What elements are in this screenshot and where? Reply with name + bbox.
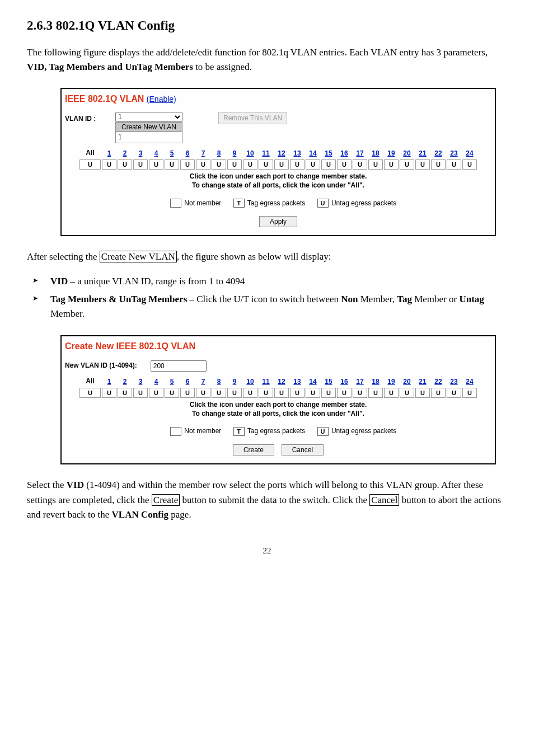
new-vlan-id-input[interactable] bbox=[151, 360, 207, 372]
port-state-14[interactable]: U bbox=[306, 159, 320, 170]
port-header-17[interactable]: 17 bbox=[352, 376, 368, 388]
port-state-16[interactable]: U bbox=[337, 159, 352, 170]
port-state-9[interactable]: U bbox=[227, 388, 242, 398]
port-header-18[interactable]: 18 bbox=[368, 376, 383, 388]
port-header-7[interactable]: 7 bbox=[195, 376, 211, 388]
port-header-19[interactable]: 19 bbox=[383, 148, 399, 159]
port-header-5[interactable]: 5 bbox=[164, 376, 180, 388]
port-header-16[interactable]: 16 bbox=[336, 376, 352, 388]
port-header-5[interactable]: 5 bbox=[164, 148, 180, 159]
port-header-15[interactable]: 15 bbox=[321, 148, 336, 159]
port-state-20[interactable]: U bbox=[400, 388, 414, 398]
port-header-13[interactable]: 13 bbox=[289, 376, 305, 388]
port-state-13[interactable]: U bbox=[290, 159, 305, 170]
port-state-17[interactable]: U bbox=[353, 388, 367, 398]
port-state-22[interactable]: U bbox=[431, 159, 446, 170]
port-state-3[interactable]: U bbox=[133, 159, 148, 170]
port-header-14[interactable]: 14 bbox=[305, 148, 321, 159]
cancel-button[interactable]: Cancel bbox=[282, 444, 324, 456]
enable-link[interactable]: (Enable) bbox=[147, 95, 176, 104]
port-state-2[interactable]: U bbox=[118, 159, 132, 170]
port-header-11[interactable]: 11 bbox=[258, 376, 274, 388]
port-state-21[interactable]: U bbox=[415, 159, 430, 170]
port-state-15[interactable]: U bbox=[321, 388, 336, 398]
port-header-24[interactable]: 24 bbox=[462, 376, 477, 388]
port-state-7[interactable]: U bbox=[196, 159, 210, 170]
port-header-2[interactable]: 2 bbox=[117, 148, 133, 159]
port-header-8[interactable]: 8 bbox=[211, 376, 227, 388]
port-header-13[interactable]: 13 bbox=[289, 148, 305, 159]
port-state-6[interactable]: U bbox=[180, 388, 195, 398]
port-header-24[interactable]: 24 bbox=[462, 148, 477, 159]
port-header-15[interactable]: 15 bbox=[321, 376, 336, 388]
port-header-4[interactable]: 4 bbox=[148, 376, 164, 388]
port-state-19[interactable]: U bbox=[384, 388, 399, 398]
port-state-8[interactable]: U bbox=[212, 388, 226, 398]
port-state-7[interactable]: U bbox=[196, 388, 210, 398]
port-header-1[interactable]: 1 bbox=[101, 376, 117, 388]
create-new-vlan-button[interactable]: Create New VLAN bbox=[115, 122, 182, 132]
port-state-4[interactable]: U bbox=[149, 159, 163, 170]
port-state-18[interactable]: U bbox=[368, 388, 383, 398]
port-header-14[interactable]: 14 bbox=[305, 376, 321, 388]
port-header-23[interactable]: 23 bbox=[446, 148, 462, 159]
port-state-15[interactable]: U bbox=[321, 159, 336, 170]
port-header-2[interactable]: 2 bbox=[117, 376, 133, 388]
vlan-id-select[interactable]: 1 bbox=[115, 112, 182, 122]
port-state-2[interactable]: U bbox=[118, 388, 132, 398]
port-header-7[interactable]: 7 bbox=[195, 148, 211, 159]
port-header-10[interactable]: 10 bbox=[242, 148, 258, 159]
port-state-12[interactable]: U bbox=[274, 388, 289, 398]
port-state-23[interactable]: U bbox=[447, 388, 461, 398]
port-header-21[interactable]: 21 bbox=[415, 376, 430, 388]
port-state-14[interactable]: U bbox=[306, 388, 320, 398]
port-header-9[interactable]: 9 bbox=[227, 148, 242, 159]
port-header-12[interactable]: 12 bbox=[274, 148, 289, 159]
port-header-20[interactable]: 20 bbox=[399, 376, 415, 388]
port-header-4[interactable]: 4 bbox=[148, 148, 164, 159]
port-state-17[interactable]: U bbox=[353, 159, 367, 170]
port-header-17[interactable]: 17 bbox=[352, 148, 368, 159]
port-state-all[interactable]: U bbox=[79, 159, 101, 170]
port-header-16[interactable]: 16 bbox=[336, 148, 352, 159]
port-header-3[interactable]: 3 bbox=[133, 148, 148, 159]
port-header-19[interactable]: 19 bbox=[383, 376, 399, 388]
port-header-12[interactable]: 12 bbox=[274, 376, 289, 388]
port-header-6[interactable]: 6 bbox=[180, 148, 195, 159]
port-state-5[interactable]: U bbox=[165, 159, 179, 170]
apply-button[interactable]: Apply bbox=[259, 216, 297, 227]
port-header-21[interactable]: 21 bbox=[415, 148, 430, 159]
port-state-5[interactable]: U bbox=[165, 388, 179, 398]
port-header-8[interactable]: 8 bbox=[211, 148, 227, 159]
port-header-9[interactable]: 9 bbox=[227, 376, 242, 388]
port-state-9[interactable]: U bbox=[227, 159, 242, 170]
port-header-11[interactable]: 11 bbox=[258, 148, 274, 159]
port-header-18[interactable]: 18 bbox=[368, 148, 383, 159]
remove-vlan-button[interactable]: Remove This VLAN bbox=[218, 112, 287, 124]
port-header-3[interactable]: 3 bbox=[133, 376, 148, 388]
port-header-1[interactable]: 1 bbox=[101, 148, 117, 159]
port-state-11[interactable]: U bbox=[259, 388, 273, 398]
port-state-22[interactable]: U bbox=[431, 388, 446, 398]
port-state-24[interactable]: U bbox=[462, 159, 477, 170]
port-header-23[interactable]: 23 bbox=[446, 376, 462, 388]
port-state-20[interactable]: U bbox=[400, 159, 414, 170]
port-header-10[interactable]: 10 bbox=[242, 376, 258, 388]
port-state-16[interactable]: U bbox=[337, 388, 352, 398]
port-state-23[interactable]: U bbox=[447, 159, 461, 170]
port-state-1[interactable]: U bbox=[102, 159, 116, 170]
port-state-3[interactable]: U bbox=[133, 388, 148, 398]
port-header-22[interactable]: 22 bbox=[430, 148, 446, 159]
create-button[interactable]: Create bbox=[233, 444, 274, 456]
port-state-8[interactable]: U bbox=[212, 159, 226, 170]
port-header-22[interactable]: 22 bbox=[430, 376, 446, 388]
port-state-12[interactable]: U bbox=[274, 159, 289, 170]
port-state-19[interactable]: U bbox=[384, 159, 399, 170]
port-state-24[interactable]: U bbox=[462, 388, 477, 398]
port-state-all[interactable]: U bbox=[79, 388, 101, 398]
port-state-10[interactable]: U bbox=[243, 388, 257, 398]
port-state-13[interactable]: U bbox=[290, 388, 305, 398]
port-state-1[interactable]: U bbox=[102, 388, 116, 398]
port-state-21[interactable]: U bbox=[415, 388, 430, 398]
port-state-11[interactable]: U bbox=[259, 159, 273, 170]
